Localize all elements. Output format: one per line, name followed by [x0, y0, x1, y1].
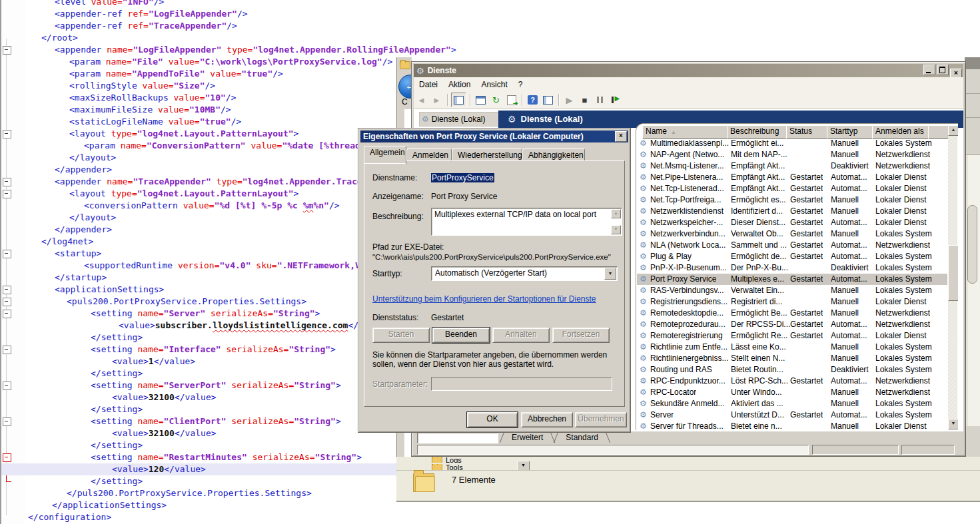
service-row[interactable]: ⚙RPC-Endpunktzuor...Löst RPC-Sch...Gesta…: [637, 376, 947, 387]
cell-starttype: Deaktiviert: [831, 263, 869, 272]
apply-button[interactable]: Übernehmen: [575, 412, 627, 427]
service-row[interactable]: ⚙Netzwerkspeicher-...Dieser Dienst...Ges…: [637, 217, 947, 228]
service-gear-icon: ⚙: [640, 206, 647, 216]
service-row[interactable]: ⚙RAS-Verbindungsv...Verwaltet Ein...Manu…: [637, 285, 947, 296]
service-row[interactable]: ⚙Multimediaklassenpl...Ermöglicht ei...M…: [637, 138, 947, 149]
services-list[interactable]: Name▲BeschreibungStatusStarttypAnmelden …: [636, 123, 958, 430]
cell-name: Remoteregistrierung: [650, 331, 723, 340]
view-tab-row: Erweitert Standard: [414, 431, 963, 444]
cell-logon: Netzwerkdienst: [875, 240, 930, 250]
scroll-down-button[interactable]: ▼: [948, 419, 958, 429]
service-row[interactable]: ⚙Richtlinie zum Entfe...Lässt eine Ko...…: [637, 342, 947, 353]
combo-dropdown-button[interactable]: ▼: [604, 268, 616, 280]
column-header-starttyp[interactable]: Starttyp: [827, 125, 879, 139]
list-scrollbar[interactable]: ▲ ▼: [948, 125, 957, 429]
menu-?[interactable]: ?: [513, 79, 528, 91]
back-icon[interactable]: ◄: [414, 93, 428, 107]
bg-scrollbar-thumb[interactable]: [967, 205, 977, 284]
service-row[interactable]: ⚙Server für Threads...Bietet eine n...Ma…: [637, 421, 947, 430]
display-name-value[interactable]: Port Proxy Service: [431, 192, 497, 201]
extended-view-icon[interactable]: [541, 93, 555, 107]
stop-service-icon[interactable]: ■: [578, 93, 592, 107]
restart-service-icon[interactable]: [608, 93, 622, 107]
column-header-anmeldenals[interactable]: Anmelden als: [872, 125, 935, 139]
service-row-selected[interactable]: ⚙Port Proxy ServiceMultiplexes e...Gesta…: [637, 274, 947, 285]
cell-logon: Netzwerkdienst: [875, 388, 930, 397]
column-header-beschreibung[interactable]: Beschreibung: [727, 125, 793, 139]
service-row[interactable]: ⚙Sekundäre Anmeld...Aktiviert das ...Man…: [637, 398, 947, 409]
service-name-value[interactable]: PortProxyService: [431, 173, 494, 182]
help-icon[interactable]: ?: [526, 93, 540, 107]
service-row[interactable]: ⚙Plug & PlayErmöglicht de...GestartetAut…: [637, 251, 947, 262]
service-row[interactable]: ⚙NLA (Network Loca...Sammelt und ...Gest…: [637, 240, 947, 251]
service-row[interactable]: ⚙Remotedesktopdie...Ermöglicht Be...Gest…: [637, 308, 947, 319]
dialog-close-button[interactable]: ×: [615, 131, 627, 142]
code-line[interactable]: <level value="INFO"/>: [25, 0, 980, 8]
code-line[interactable]: <appender-ref ref="TraceAppender"/>: [25, 20, 980, 32]
show-tree-icon[interactable]: [451, 93, 466, 107]
minimize-button[interactable]: [923, 65, 935, 75]
start-service-icon[interactable]: ▶: [562, 93, 576, 107]
code-line[interactable]: </root>: [25, 32, 980, 44]
start-button[interactable]: Starten: [372, 328, 430, 343]
maximize-button[interactable]: [937, 65, 949, 75]
scroll-up-mini[interactable]: ▲: [611, 209, 621, 218]
properties-icon[interactable]: [474, 93, 488, 107]
dropdown-button[interactable]: ▼: [517, 461, 530, 471]
tab-allgemein[interactable]: Allgemein: [364, 146, 406, 164]
service-row[interactable]: ⚙RemoteregistrierungErmöglicht Re...Gest…: [637, 330, 947, 342]
resume-button[interactable]: Fortsetzen: [552, 328, 610, 343]
scroll-up-button[interactable]: ▲: [948, 125, 958, 136]
bottom-edit-box[interactable]: [417, 432, 498, 443]
service-row[interactable]: ⚙PnP-X-IP-Busenum...Der PnP-X-Bu...Deakt…: [637, 262, 947, 274]
tab-extended[interactable]: Erweitert: [504, 432, 551, 443]
forward-icon[interactable]: ►: [430, 93, 444, 107]
explorer-tree-item[interactable]: Logs: [432, 457, 462, 463]
code-line[interactable]: <value>120</value>: [1, 463, 398, 475]
startparams-input[interactable]: [431, 377, 612, 391]
menu-aktion[interactable]: Aktion: [443, 79, 476, 91]
code-line[interactable]: <appender-ref ref="LogFileAppender"/>: [25, 8, 980, 20]
description-textbox[interactable]: Multiplexes external TCP/IP data on loca…: [431, 208, 622, 236]
starttype-combobox[interactable]: Automatisch (Verzögerter Start) ▼: [431, 266, 618, 281]
service-row[interactable]: ⚙ServerUnterstützt D...GestartetAutomat.…: [637, 409, 947, 421]
refresh-icon[interactable]: ↻: [489, 93, 503, 107]
cell-logon: Lokales System: [875, 354, 932, 363]
cell-starttype: Automat...: [831, 320, 867, 329]
code-line[interactable]: <appender name="LogFileAppender" type="l…: [25, 44, 980, 56]
cell-name: Netzwerklistendienst: [650, 206, 724, 216]
ok-button[interactable]: OK: [467, 412, 518, 427]
cell-starttype: Manuell: [831, 354, 859, 363]
service-row[interactable]: ⚙Routing und RASBietet Routin...Deaktivi…: [637, 364, 947, 376]
service-gear-icon: ⚙: [640, 354, 647, 363]
service-gear-icon: ⚙: [640, 161, 647, 170]
properties-dialog[interactable]: Eigenschaften von Port Proxy Service (Lo…: [358, 128, 631, 433]
console-tree-root[interactable]: ⚙ Dienste (Lokal): [419, 112, 501, 127]
menu-datei[interactable]: Datei: [414, 79, 443, 91]
stop-button[interactable]: Beenden: [432, 328, 490, 343]
service-row[interactable]: ⚙NAP-Agent (Netwo...Mit dem NAP-...Manue…: [637, 149, 947, 160]
service-row[interactable]: ⚙Net.Tcp-Listenerad...Empfängt Akt...Ges…: [637, 183, 947, 194]
scroll-thumb[interactable]: [948, 245, 958, 301]
dialog-titlebar[interactable]: Eigenschaften von Port Proxy Service (Lo…: [360, 131, 628, 142]
startoptions-help-link[interactable]: Unterstützung beim Konfigurieren der Sta…: [372, 294, 596, 304]
service-row[interactable]: ⚙Registrierungsdiens...Registriert di...…: [637, 296, 947, 308]
column-header-name[interactable]: Name▲: [642, 125, 734, 139]
service-row[interactable]: ⚙Netzwerkverbindun...Verwaltet Ob...Gest…: [637, 228, 947, 240]
export-list-icon[interactable]: [504, 93, 518, 107]
cell-status: Gestartet: [790, 206, 823, 216]
service-row[interactable]: ⚙Net.Pipe-Listenera...Empfängt Akt...Ges…: [637, 172, 947, 183]
service-row[interactable]: ⚙NetzwerklistendienstIdentifiziert d...G…: [637, 206, 947, 217]
services-window-titlebar[interactable]: ⚙ Dienste ×: [414, 64, 963, 77]
service-row[interactable]: ⚙Remoteprozedurau...Der RPCSS-Di...Gesta…: [637, 319, 947, 330]
pause-button[interactable]: Anhalten: [492, 328, 550, 343]
service-row[interactable]: ⚙RPC-LocatorUnter Windo...ManuellNetzwer…: [637, 387, 947, 398]
menu-ansicht[interactable]: Ansicht: [476, 79, 512, 91]
service-row[interactable]: ⚙Net.Msmq-Listener...Empfängt Akt...Deak…: [637, 160, 947, 172]
cancel-button[interactable]: Abbrechen: [521, 412, 573, 427]
tab-standard[interactable]: Standard: [558, 432, 606, 443]
service-row[interactable]: ⚙Richtlinienergebniss...Stellt einen N..…: [637, 353, 947, 364]
pause-service-icon[interactable]: [593, 93, 607, 107]
service-row[interactable]: ⚙Net.Tcp-Portfreiga...Ermöglicht es...Ge…: [637, 194, 947, 206]
scroll-down-mini[interactable]: ▼: [611, 225, 621, 234]
